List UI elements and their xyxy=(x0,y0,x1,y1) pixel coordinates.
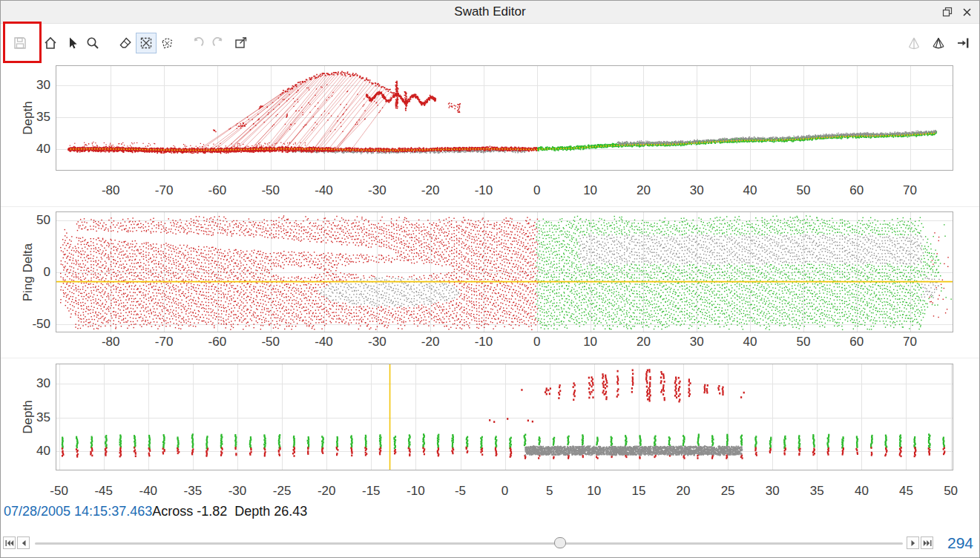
cursor-readout: Across -1.82 Depth 26.43 xyxy=(152,504,307,519)
x-tick-label: -10 xyxy=(393,484,438,499)
x-tick-label: 70 xyxy=(888,183,933,198)
ping-slider-thumb[interactable] xyxy=(554,537,566,548)
x-tick-label: 60 xyxy=(835,183,879,198)
x-tick-label: -40 xyxy=(302,335,346,349)
previous-ping-button[interactable] xyxy=(17,536,30,549)
x-tick-label: 60 xyxy=(835,335,879,349)
x-tick-label: 5 xyxy=(527,484,572,499)
swath-editor-window: Swath Editor xyxy=(0,0,980,558)
x-tick-label: 50 xyxy=(781,183,826,198)
panel-divider xyxy=(1,206,979,207)
x-tick-label: -10 xyxy=(461,183,506,198)
last-ping-button[interactable] xyxy=(921,536,933,549)
x-tick-label: 50 xyxy=(929,484,973,499)
y-tick-label: 50 xyxy=(13,213,50,228)
y-tick-label: 40 xyxy=(13,142,50,157)
x-tick-label: 45 xyxy=(884,484,928,499)
x-tick-label: -35 xyxy=(171,484,215,499)
x-tick-label: -25 xyxy=(260,484,304,499)
x-tick-label: 25 xyxy=(706,484,750,499)
x-tick-label: 40 xyxy=(728,183,772,198)
x-tick-label: 15 xyxy=(616,484,661,499)
x-tick-label: -15 xyxy=(349,484,393,499)
x-tick-label: 50 xyxy=(781,335,826,349)
x-tick-label: 10 xyxy=(568,335,613,349)
x-tick-label: -60 xyxy=(195,335,240,349)
x-tick-label: -70 xyxy=(142,183,186,198)
x-tick-label: -10 xyxy=(461,335,506,349)
y-tick-label: 30 xyxy=(13,78,50,93)
next-ping-button[interactable] xyxy=(907,536,919,549)
x-tick-label: 30 xyxy=(674,183,719,198)
x-tick-label: -40 xyxy=(126,484,171,499)
x-tick-label: -50 xyxy=(249,183,293,198)
x-tick-label: 0 xyxy=(515,335,559,349)
panel-divider xyxy=(1,358,979,358)
x-tick-label: -80 xyxy=(88,335,133,349)
depth-profile-plot[interactable] xyxy=(56,65,953,171)
x-tick-label: -60 xyxy=(195,183,240,198)
x-tick-label: 30 xyxy=(674,335,719,349)
x-tick-label: 10 xyxy=(572,484,616,499)
ping-slider-track[interactable] xyxy=(35,542,903,545)
status-bar: 07/28/2005 14:15:37.463Across -1.82 Dept… xyxy=(4,504,307,522)
x-tick-label: -40 xyxy=(302,183,346,198)
x-tick-label: -45 xyxy=(82,484,126,499)
single-ping-plot[interactable] xyxy=(56,364,953,470)
x-tick-label: 70 xyxy=(888,335,933,349)
x-tick-label: 20 xyxy=(661,484,706,499)
ping-number: 294 xyxy=(947,534,973,552)
y-tick-label: 30 xyxy=(13,376,50,391)
x-tick-label: -5 xyxy=(438,484,483,499)
x-tick-label: -30 xyxy=(355,335,399,349)
x-tick-label: -30 xyxy=(355,183,399,198)
x-tick-label: -50 xyxy=(37,484,82,499)
first-ping-button[interactable] xyxy=(3,536,16,549)
ping-timestamp: 07/28/2005 14:15:37.463 xyxy=(4,504,152,519)
x-tick-label: -50 xyxy=(249,335,293,349)
x-tick-label: -20 xyxy=(408,335,453,349)
x-tick-label: 30 xyxy=(750,484,795,499)
x-tick-label: 10 xyxy=(568,183,613,198)
x-tick-label: 0 xyxy=(483,484,527,499)
y-tick-label: 35 xyxy=(13,110,50,125)
x-tick-label: 40 xyxy=(728,335,772,349)
x-tick-label: 20 xyxy=(621,335,665,349)
ping-navigation-bar: 294 xyxy=(1,532,979,557)
x-tick-label: -70 xyxy=(142,335,186,349)
x-tick-label: 20 xyxy=(621,183,665,198)
y-tick-label: -50 xyxy=(13,317,50,332)
x-tick-label: -80 xyxy=(88,183,133,198)
x-tick-label: -20 xyxy=(304,484,349,499)
x-tick-label: 40 xyxy=(839,484,884,499)
y-tick-label: 35 xyxy=(13,410,50,425)
x-tick-label: 0 xyxy=(515,183,559,198)
x-tick-label: 35 xyxy=(795,484,839,499)
ping-delta-plot[interactable] xyxy=(56,211,953,332)
y-tick-label: 40 xyxy=(13,444,50,459)
x-tick-label: -20 xyxy=(408,183,453,198)
x-tick-label: -30 xyxy=(215,484,260,499)
y-tick-label: 0 xyxy=(13,265,50,280)
plots-area: Depth Ping Delta Depth -80-70-60-50-40-3… xyxy=(1,1,979,557)
